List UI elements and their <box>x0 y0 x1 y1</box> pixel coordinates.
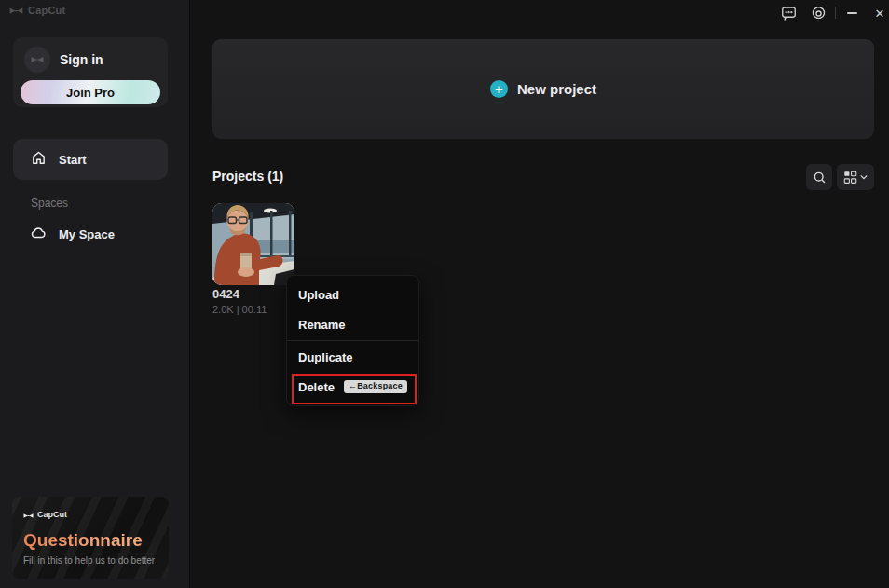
projects-header: Projects (1) <box>212 169 283 184</box>
signin-card: Sign in Join Pro <box>13 37 168 107</box>
plus-icon: + <box>490 80 508 98</box>
search-icon <box>813 171 827 185</box>
sidebar-item-label: My Space <box>59 227 115 241</box>
sidebar-item-start[interactable]: Start <box>13 139 168 180</box>
titlebar-divider <box>835 7 836 19</box>
project-thumbnail[interactable] <box>212 203 294 285</box>
minimize-icon <box>847 12 857 14</box>
sidebar-item-my-space[interactable]: My Space <box>31 225 115 243</box>
chevron-down-icon <box>860 174 868 180</box>
menu-item-rename[interactable]: Rename <box>287 309 418 339</box>
sidebar-item-label: Start <box>59 153 87 167</box>
app-logo: CapCut <box>9 5 65 16</box>
avatar[interactable] <box>24 47 50 73</box>
project-name[interactable]: 0424 <box>212 287 239 301</box>
feedback-button[interactable] <box>777 3 800 23</box>
view-mode-button[interactable] <box>837 164 874 190</box>
grid-view-icon <box>843 171 857 185</box>
join-pro-button[interactable]: Join Pro <box>21 80 160 104</box>
questionnaire-banner[interactable]: CapCut Questionnaire Fill in this to hel… <box>12 497 169 579</box>
menu-item-duplicate[interactable]: Duplicate <box>287 342 418 372</box>
menu-item-upload[interactable]: Upload <box>287 280 418 309</box>
capcut-logo-icon <box>9 7 23 15</box>
project-meta: 2.0K | 00:11 <box>212 304 267 315</box>
menu-item-label: Rename <box>298 318 346 332</box>
spaces-section-label: Spaces <box>31 197 68 210</box>
home-icon <box>31 150 47 169</box>
signin-button[interactable]: Sign in <box>60 52 103 67</box>
questionnaire-brand-label: CapCut <box>37 510 67 519</box>
new-project-label: New project <box>517 81 596 97</box>
project-context-menu: Upload Rename Duplicate Delete ←Backspac… <box>286 275 419 406</box>
sidebar: CapCut Sign in Join Pro Start Spaces <box>0 0 190 588</box>
new-project-button[interactable]: + New project <box>212 39 874 139</box>
app-title: CapCut <box>28 5 65 16</box>
questionnaire-brand: CapCut <box>23 506 157 523</box>
project-thumbnail-image <box>212 203 294 285</box>
capcut-logo-icon <box>23 506 34 523</box>
backspace-shortcut-badge: ←Backspace <box>344 380 407 393</box>
settings-button[interactable] <box>807 3 829 23</box>
minimize-button[interactable] <box>841 3 863 23</box>
questionnaire-subtitle: Fill in this to help us to do better <box>23 555 157 566</box>
search-button[interactable] <box>806 164 832 190</box>
questionnaire-title: Questionnaire <box>23 530 157 551</box>
menu-item-label: Upload <box>298 288 339 302</box>
feedback-icon <box>781 6 797 21</box>
cloud-icon <box>31 226 47 241</box>
close-button[interactable]: ✕ <box>868 3 889 23</box>
gear-icon <box>811 6 827 21</box>
capcut-window: CapCut Sign in Join Pro Start Spaces <box>0 0 889 588</box>
menu-item-delete[interactable]: Delete ←Backspace <box>287 372 418 402</box>
menu-divider <box>287 340 418 341</box>
menu-item-label: Delete <box>298 380 335 394</box>
menu-item-label: Duplicate <box>298 350 353 364</box>
capcut-avatar-icon <box>31 56 44 63</box>
